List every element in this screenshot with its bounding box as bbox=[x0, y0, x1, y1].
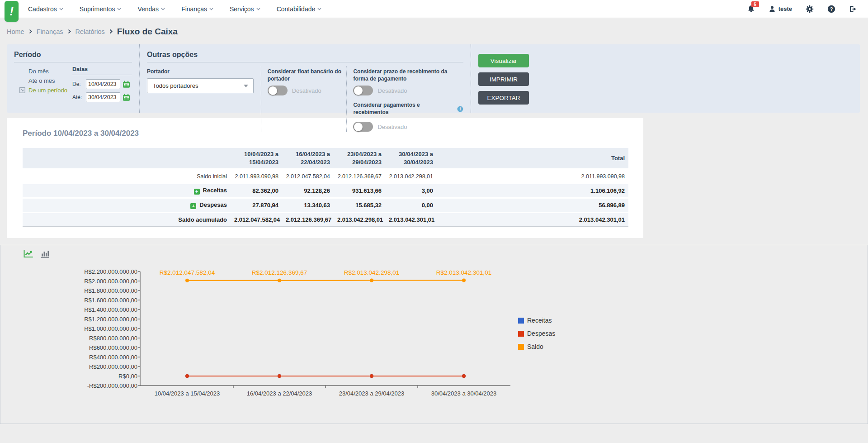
date-to-calendar-button[interactable] bbox=[123, 94, 130, 101]
series-point-despesas[interactable] bbox=[185, 374, 189, 378]
series-point-saldo[interactable] bbox=[278, 279, 281, 282]
y-axis-tick-label: R$2.000.000.000,00 bbox=[84, 278, 137, 285]
gear-icon bbox=[806, 5, 814, 13]
notification-badge: 6 bbox=[751, 1, 759, 7]
calendar-icon bbox=[123, 81, 130, 88]
user-name: teste bbox=[778, 5, 792, 12]
cell-spacer bbox=[437, 184, 570, 198]
report-table-body: Saldo inicial2.011.993.090,982.012.047.5… bbox=[23, 169, 628, 227]
datas-column: Datas De: bbox=[72, 66, 132, 105]
legend-swatch-icon bbox=[518, 331, 524, 337]
chart-type-line-button[interactable] bbox=[23, 249, 33, 258]
nav-item-servicos[interactable]: Serviços bbox=[230, 5, 260, 13]
pagamentos-toggle-state: Desativado bbox=[377, 124, 407, 130]
chart-type-bar-button[interactable] bbox=[39, 249, 50, 258]
sign-out-icon bbox=[849, 5, 857, 13]
caret-down-icon bbox=[244, 85, 248, 87]
settings-button[interactable] bbox=[806, 5, 814, 13]
float-toggle-switch[interactable] bbox=[268, 86, 288, 95]
nav-item-label: Contabilidade bbox=[277, 5, 316, 13]
chevron-down-icon bbox=[117, 8, 121, 10]
point-label: R$2.012.126.369,67 bbox=[252, 269, 307, 276]
date-from-input[interactable] bbox=[86, 79, 120, 89]
app-logo[interactable]: ! bbox=[5, 1, 19, 22]
nav-item-vendas[interactable]: Vendas bbox=[137, 5, 165, 13]
expand-row-button[interactable]: + bbox=[190, 203, 196, 209]
cell-spacer bbox=[437, 213, 570, 227]
nav-right: 6 teste bbox=[747, 5, 868, 13]
column-header-period: 16/04/2023 a 22/04/2023 bbox=[282, 148, 334, 169]
series-point-despesas[interactable] bbox=[462, 374, 466, 378]
pagamentos-toggle-switch[interactable] bbox=[353, 122, 373, 132]
period-option-de-um-periodo[interactable]: De um período bbox=[19, 87, 69, 94]
series-point-saldo[interactable] bbox=[462, 279, 466, 282]
breadcrumb-link-relatorios[interactable]: Relatórios bbox=[75, 28, 105, 35]
question-circle-icon: ? bbox=[827, 5, 835, 13]
series-point-despesas[interactable] bbox=[278, 374, 281, 378]
chevron-down-icon bbox=[59, 8, 63, 10]
help-button[interactable]: ? bbox=[827, 5, 835, 13]
svg-text:i: i bbox=[460, 107, 461, 111]
calendar-icon bbox=[123, 94, 130, 101]
filter-panel: Período Do mêsAté o mêsDe um período Dat… bbox=[7, 44, 860, 113]
page-title: Fluxo de Caixa bbox=[117, 27, 178, 37]
y-axis-tick-label: R$1.800.000.000,00 bbox=[84, 287, 137, 294]
y-axis-tick-label: R$1.000.000.000,00 bbox=[84, 325, 137, 332]
series-point-saldo[interactable] bbox=[185, 279, 189, 282]
chevron-down-icon bbox=[256, 8, 260, 10]
series-point-despesas[interactable] bbox=[370, 374, 373, 378]
arrow-corner-icon bbox=[19, 87, 25, 95]
portador-selected-value: Todos portadores bbox=[147, 82, 198, 89]
nav-item-label: Serviços bbox=[230, 5, 254, 13]
period-option-ate-o-mes[interactable]: Até o mês bbox=[19, 78, 69, 84]
table-row-receitas: +Receitas82.362,0092.128,26931.613,663,0… bbox=[23, 184, 628, 198]
nav-item-cadastros[interactable]: Cadastros bbox=[28, 5, 63, 13]
column-header-empty bbox=[23, 148, 231, 169]
chart-tools bbox=[23, 249, 50, 258]
report-panel: Período 10/04/2023 a 30/04/2023 10/04/20… bbox=[7, 118, 643, 238]
nav-item-financas[interactable]: Finanças bbox=[181, 5, 213, 13]
row-label: Saldo acumulado bbox=[178, 216, 227, 223]
portador-select[interactable]: Todos portadores bbox=[147, 78, 254, 93]
y-axis-tick-label: R$0,00 bbox=[118, 373, 137, 380]
top-navbar: ! CadastrosSuprimentosVendasFinançasServ… bbox=[0, 0, 868, 18]
breadcrumb-link-home[interactable]: Home bbox=[7, 28, 24, 35]
filter-section-periodo: Período Do mêsAté o mêsDe um período Dat… bbox=[7, 44, 139, 113]
breadcrumb-separator-icon bbox=[29, 29, 32, 34]
nav-item-suprimentos[interactable]: Suprimentos bbox=[80, 5, 122, 13]
expand-row-button[interactable]: + bbox=[194, 189, 200, 195]
float-toggle-state: Desativado bbox=[292, 87, 321, 94]
imprimir-button[interactable]: IMPRIMIR bbox=[478, 72, 529, 86]
cell-value: 931.613,66 bbox=[334, 184, 385, 198]
cell-spacer bbox=[437, 169, 570, 184]
y-axis-tick-label: R$1.400.000.000,00 bbox=[84, 306, 137, 313]
breadcrumb-separator-icon bbox=[68, 29, 71, 34]
info-circle-icon[interactable]: i bbox=[457, 106, 463, 112]
series-point-saldo[interactable] bbox=[370, 279, 373, 282]
date-to-input[interactable] bbox=[86, 92, 120, 102]
date-from-calendar-button[interactable] bbox=[123, 81, 130, 88]
logout-button[interactable] bbox=[849, 5, 857, 13]
period-option-do-mes[interactable]: Do mês bbox=[19, 68, 69, 75]
prazo-toggle-switch[interactable] bbox=[353, 86, 373, 95]
exportar-button[interactable]: EXPORTAR bbox=[478, 91, 529, 105]
cell-total: 2.011.993.090,98 bbox=[570, 169, 628, 184]
float-toggle-label: Considerar float bancário do portador bbox=[268, 68, 343, 82]
row-label: Receitas bbox=[203, 187, 227, 194]
date-to-label: Até: bbox=[72, 94, 84, 100]
cell-spacer bbox=[437, 198, 570, 213]
nav-item-contabilidade[interactable]: Contabilidade bbox=[277, 5, 322, 13]
cell-value: 2.012.126.369,67 bbox=[334, 169, 385, 184]
breadcrumb-link-financas[interactable]: Finanças bbox=[37, 28, 63, 35]
nav-menu: CadastrosSuprimentosVendasFinançasServiç… bbox=[28, 5, 321, 13]
chart-legend: ReceitasDespesasSaldo bbox=[518, 317, 555, 350]
notifications-button[interactable]: 6 bbox=[747, 5, 755, 13]
cell-total: 56.896,89 bbox=[570, 198, 628, 213]
legend-label: Receitas bbox=[527, 317, 552, 324]
period-option-label: De um período bbox=[28, 87, 67, 94]
cell-total: 1.106.106,92 bbox=[570, 184, 628, 198]
cell-value: 3,00 bbox=[385, 184, 437, 198]
nav-item-label: Finanças bbox=[181, 5, 207, 13]
visualizar-button[interactable]: Visualizar bbox=[478, 54, 529, 67]
user-menu-button[interactable]: teste bbox=[769, 5, 792, 13]
